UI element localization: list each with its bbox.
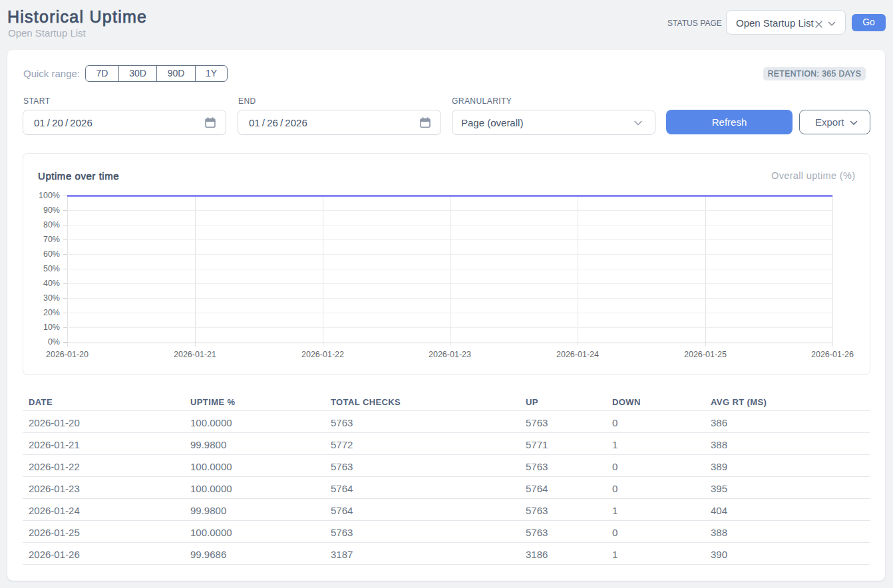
svg-text:2026-01-22: 2026-01-22	[301, 350, 344, 359]
svg-text:40%: 40%	[43, 279, 60, 288]
svg-text:2026-01-26: 2026-01-26	[811, 350, 854, 359]
svg-text:100%: 100%	[39, 191, 60, 200]
svg-text:0%: 0%	[48, 337, 60, 347]
svg-text:2026-01-23: 2026-01-23	[429, 350, 471, 359]
svg-text:60%: 60%	[43, 249, 60, 259]
svg-text:90%: 90%	[43, 206, 60, 215]
svg-text:2026-01-24: 2026-01-24	[556, 350, 599, 359]
svg-text:80%: 80%	[43, 220, 60, 229]
svg-text:50%: 50%	[43, 264, 60, 273]
svg-text:2026-01-20: 2026-01-20	[46, 350, 89, 359]
svg-text:10%: 10%	[43, 323, 60, 332]
svg-text:30%: 30%	[43, 293, 60, 303]
svg-text:70%: 70%	[43, 235, 60, 244]
svg-text:2026-01-21: 2026-01-21	[174, 350, 216, 359]
svg-text:2026-01-25: 2026-01-25	[684, 350, 727, 359]
svg-text:20%: 20%	[43, 308, 60, 317]
